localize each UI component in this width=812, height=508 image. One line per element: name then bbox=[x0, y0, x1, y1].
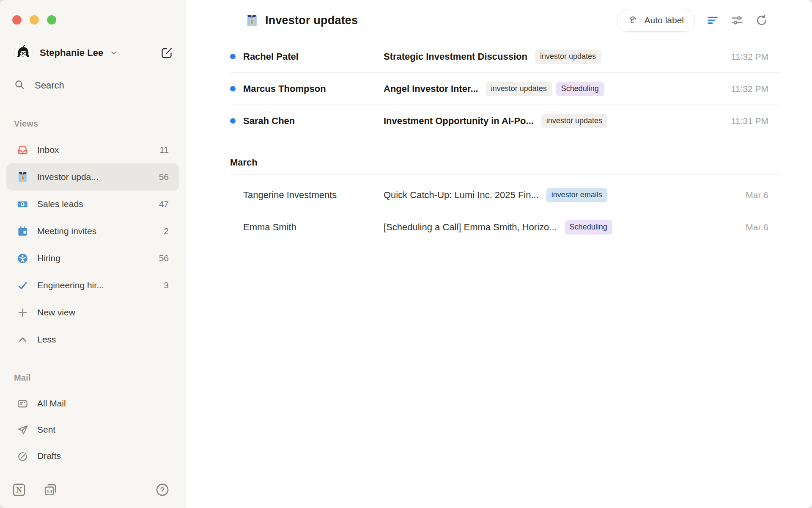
email-sender: Tangerine Investments bbox=[243, 190, 384, 201]
email-sender: Emma Smith bbox=[243, 222, 384, 233]
less-button[interactable]: Less bbox=[6, 326, 179, 353]
views-section-label: Views bbox=[14, 119, 38, 129]
sidebar-item-inbox[interactable]: Inbox 11 bbox=[6, 136, 179, 163]
banknote-icon bbox=[17, 199, 28, 210]
auto-label-button[interactable]: Auto label bbox=[617, 9, 695, 32]
email-time: 11:32 PM bbox=[723, 84, 768, 94]
zoom-button[interactable] bbox=[47, 15, 56, 25]
email-subject: Angel Investor Inter... bbox=[384, 83, 478, 94]
chevron-up-icon bbox=[17, 334, 28, 345]
plus-icon bbox=[17, 307, 28, 318]
notion-calendar-icon[interactable]: 14 bbox=[43, 483, 58, 497]
email-sender: Sarah Chen bbox=[243, 116, 384, 127]
email-row[interactable]: Marcus Thompson Angel Investor Inter... … bbox=[186, 73, 812, 105]
email-time: Mar 6 bbox=[737, 222, 768, 232]
search-icon bbox=[14, 79, 25, 92]
month-group-header: March bbox=[186, 151, 812, 174]
label-tag[interactable]: Scheduling bbox=[556, 82, 604, 96]
profile-name: Stephanie Lee bbox=[40, 47, 103, 58]
unread-count: 3 bbox=[164, 280, 169, 290]
sidebar-item-all-mail[interactable]: All Mail bbox=[6, 390, 179, 417]
label-tag[interactable]: investor updates bbox=[486, 82, 552, 96]
sidebar-item-meeting-invites[interactable]: Meeting invites 2 bbox=[6, 218, 179, 245]
views-nav: Inbox 11 Investor upda... 56 bbox=[6, 136, 179, 353]
search-label: Search bbox=[35, 80, 64, 91]
necktie-emoji-icon bbox=[245, 14, 258, 27]
sidebar-item-engineering-hiring[interactable]: Engineering hir... 3 bbox=[6, 272, 179, 299]
close-button[interactable] bbox=[12, 15, 22, 25]
email-subject: Investment Opportunity in AI-Po... bbox=[384, 116, 534, 127]
new-view-button[interactable]: New view bbox=[6, 299, 179, 326]
accessibility-icon bbox=[17, 253, 28, 264]
unread-count: 11 bbox=[159, 145, 169, 155]
page-title: Investor updates bbox=[265, 14, 358, 27]
email-row[interactable]: Emma Smith [Scheduling a Call] Emma Smit… bbox=[186, 211, 812, 243]
unread-count: 56 bbox=[159, 253, 169, 263]
inbox-icon bbox=[17, 144, 28, 156]
svg-text:14: 14 bbox=[47, 488, 52, 494]
avatar bbox=[14, 44, 33, 62]
notion-logo-icon[interactable]: N bbox=[12, 483, 26, 497]
unread-count: 2 bbox=[164, 226, 169, 236]
calendar-icon bbox=[17, 226, 28, 237]
account-switcher[interactable]: Stephanie Lee bbox=[14, 43, 173, 63]
search-button[interactable]: Search bbox=[14, 76, 173, 95]
chevron-down-icon bbox=[109, 48, 119, 58]
label-tag[interactable]: investor updates bbox=[535, 50, 601, 64]
email-subject: [Scheduling a Call] Emma Smith, Horizo..… bbox=[384, 222, 557, 233]
traffic-lights bbox=[12, 15, 56, 25]
unread-dot-icon bbox=[230, 118, 236, 124]
view-header: Investor updates Auto label bbox=[186, 0, 812, 41]
svg-text:N: N bbox=[16, 486, 22, 494]
email-list: Rachel Patel Strategic Investment Discus… bbox=[186, 41, 812, 243]
filter-button[interactable] bbox=[706, 14, 719, 27]
svg-text:?: ? bbox=[160, 486, 165, 494]
sidebar: Stephanie Lee Search Views bbox=[0, 0, 186, 508]
sidebar-item-sent[interactable]: Sent bbox=[6, 417, 179, 443]
email-time: Mar 6 bbox=[737, 190, 768, 200]
label-tag[interactable]: investor emails bbox=[546, 188, 607, 202]
unread-count: 56 bbox=[159, 172, 169, 182]
display-settings-button[interactable] bbox=[730, 14, 744, 27]
email-sender: Marcus Thompson bbox=[243, 83, 384, 94]
unread-dot-icon bbox=[230, 86, 236, 91]
mail-section-label: Mail bbox=[14, 373, 31, 383]
email-subject: Quick Catch-Up: Lumi Inc. 2025 Fin... bbox=[384, 190, 539, 201]
email-time: 11:32 PM bbox=[723, 52, 768, 62]
sidebar-item-drafts[interactable]: Drafts bbox=[6, 443, 179, 469]
help-icon[interactable]: ? bbox=[155, 483, 170, 497]
email-list-panel: Investor updates Auto label bbox=[186, 0, 812, 508]
pencil-circle-icon bbox=[17, 450, 28, 462]
refresh-button[interactable] bbox=[755, 14, 768, 27]
email-row[interactable]: Tangerine Investments Quick Catch-Up: Lu… bbox=[186, 179, 812, 211]
email-subject: Strategic Investment Discussion bbox=[384, 51, 527, 62]
sidebar-footer: N 14 ? bbox=[0, 471, 186, 508]
sidebar-item-sales-leads[interactable]: Sales leads 47 bbox=[6, 190, 179, 218]
label-tag[interactable]: investor updates bbox=[541, 114, 607, 128]
email-row[interactable]: Sarah Chen Investment Opportunity in AI-… bbox=[186, 105, 812, 137]
auto-label-icon bbox=[628, 14, 639, 27]
paper-plane-icon bbox=[17, 424, 28, 436]
minimize-button[interactable] bbox=[30, 15, 39, 25]
checkmark-icon bbox=[17, 280, 28, 291]
app-window: Stephanie Lee Search Views bbox=[0, 0, 812, 508]
email-sender: Rachel Patel bbox=[243, 51, 384, 62]
label-tag[interactable]: Scheduling bbox=[565, 220, 612, 235]
email-row[interactable]: Rachel Patel Strategic Investment Discus… bbox=[186, 41, 812, 72]
unread-dot-icon bbox=[230, 54, 236, 59]
necktie-emoji-icon bbox=[17, 171, 28, 183]
all-mail-icon bbox=[17, 398, 28, 409]
unread-count: 47 bbox=[159, 199, 169, 209]
sidebar-item-investor-updates[interactable]: Investor upda... 56 bbox=[6, 163, 179, 190]
mail-nav: All Mail Sent bbox=[6, 390, 179, 469]
compose-button[interactable] bbox=[160, 47, 173, 59]
email-time: 11:31 PM bbox=[723, 116, 768, 126]
sidebar-item-hiring[interactable]: Hiring 56 bbox=[6, 245, 179, 272]
